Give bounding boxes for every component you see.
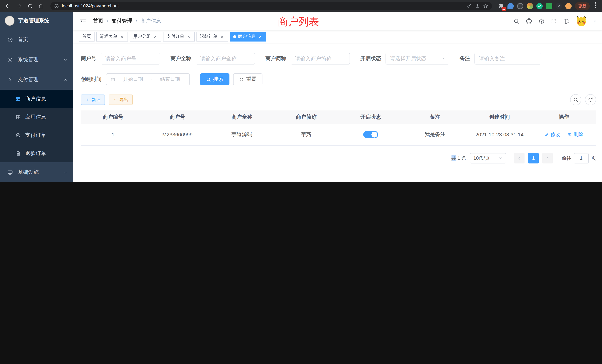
- font-size-icon[interactable]: [563, 18, 569, 24]
- tab-process-form[interactable]: 流程表单 ×: [96, 32, 128, 41]
- sidebar-fold-icon[interactable]: [76, 18, 90, 24]
- short-name-input[interactable]: [295, 56, 345, 62]
- extensions-cluster: 10 更新: [496, 2, 599, 10]
- goto-page-input[interactable]: [574, 153, 589, 163]
- table-row: 1 M233666999 芋道源码 芋艿 我是备注 2021-10-23 08:…: [81, 124, 596, 145]
- avatar-caret-down-icon[interactable]: [593, 19, 597, 23]
- browser-menu-kebab-icon[interactable]: [593, 2, 598, 10]
- edit-link[interactable]: 修改: [545, 131, 560, 138]
- reset-button[interactable]: 重置: [233, 73, 262, 85]
- tab-close-icon[interactable]: ×: [119, 34, 125, 39]
- filter-create-time: 创建时间 开始日期 - 结束日期: [81, 73, 190, 85]
- edit-link-label: 修改: [550, 131, 560, 138]
- browser-home-button[interactable]: [36, 1, 46, 11]
- refresh-table-button[interactable]: [585, 94, 596, 105]
- refresh-icon: [588, 97, 593, 102]
- remark-input[interactable]: [479, 56, 537, 62]
- next-page-button[interactable]: [542, 153, 553, 163]
- col-merchant-no: 商户号: [145, 110, 210, 124]
- tab-close-icon[interactable]: ×: [186, 34, 191, 39]
- chevron-down-icon: [499, 156, 503, 160]
- date-start-placeholder: 开始日期: [118, 76, 148, 83]
- search-button[interactable]: 搜索: [200, 73, 229, 85]
- tab-user-group[interactable]: 用户分组 ×: [130, 32, 161, 41]
- payment-submenu: 商户信息 应用信息 支付订单 退款订单: [0, 90, 73, 162]
- browser-forward-button[interactable]: [14, 1, 24, 11]
- full-name-input-box: [196, 53, 255, 64]
- extensions-puzzle-icon[interactable]: 10: [498, 3, 504, 9]
- toggle-search-button[interactable]: [570, 94, 581, 105]
- status-toggle[interactable]: [363, 131, 378, 138]
- extension-icon-dark-circle[interactable]: [517, 3, 523, 9]
- page-1-button[interactable]: 1: [528, 153, 539, 163]
- tab-label: 首页: [82, 33, 91, 40]
- extension-icon-orange-face[interactable]: [565, 3, 572, 9]
- sidebar-item-payment[interactable]: 支付管理: [0, 70, 73, 90]
- tab-label: 流程表单: [100, 33, 118, 40]
- breadcrumb-payment[interactable]: 支付管理: [112, 18, 132, 24]
- filter-short-name: 商户简称: [265, 53, 350, 64]
- filter-remark: 备注: [460, 53, 541, 64]
- tab-close-icon[interactable]: ×: [258, 34, 263, 39]
- address-bar[interactable]: localhost:1024/pay/merchant: [50, 2, 492, 10]
- sidebar-item-home[interactable]: 首页: [0, 30, 73, 50]
- sidebar-item-merchant-info[interactable]: 商户信息: [0, 90, 73, 108]
- cell-remark: 我是备注: [403, 124, 467, 145]
- browser-back-button[interactable]: [3, 1, 13, 11]
- bookmark-star-icon[interactable]: [483, 3, 488, 9]
- chevron-down-icon: [441, 56, 445, 61]
- extension-icon-pinwheel[interactable]: [556, 3, 562, 9]
- browser-reload-button[interactable]: [25, 1, 35, 11]
- export-button[interactable]: 导出: [109, 95, 133, 105]
- user-avatar[interactable]: [576, 16, 587, 27]
- reset-button-label: 重置: [246, 76, 257, 83]
- sidebar-item-pay-order[interactable]: 支付订单: [0, 126, 73, 144]
- page-size-select[interactable]: 10条/页: [470, 153, 506, 163]
- header-search-icon[interactable]: [513, 18, 519, 24]
- share-icon[interactable]: [475, 3, 480, 9]
- tab-merchant-info[interactable]: 商户信息 ×: [230, 32, 266, 41]
- cell-short-name: 芋艿: [274, 124, 339, 145]
- merchant-no-input[interactable]: [105, 56, 156, 62]
- extension-icon-green-square[interactable]: [546, 3, 552, 9]
- sidebar-item-label: 基础设施: [18, 169, 59, 176]
- extension-icon-drop[interactable]: [507, 3, 514, 9]
- extension-icon-avatar[interactable]: [527, 3, 533, 9]
- breadcrumb-separator: /: [136, 18, 137, 24]
- app-title: 芋道管理系统: [18, 17, 49, 24]
- full-name-input[interactable]: [200, 56, 251, 62]
- gear-icon: [7, 57, 13, 63]
- search-icon: [573, 97, 578, 102]
- help-icon[interactable]: [539, 18, 545, 24]
- chevron-down-icon: [63, 58, 67, 62]
- github-icon[interactable]: [526, 18, 532, 24]
- extension-icon-green-check[interactable]: [536, 3, 543, 9]
- pagination-total-count: 1: [457, 155, 460, 161]
- browser-update-button[interactable]: 更新: [575, 2, 590, 10]
- sidebar-item-system[interactable]: 系统管理: [0, 50, 73, 70]
- prev-page-button[interactable]: [514, 153, 525, 163]
- add-button[interactable]: 新增: [81, 95, 105, 105]
- search-button-label: 搜索: [213, 76, 224, 83]
- tab-close-icon[interactable]: ×: [153, 34, 158, 39]
- sidebar-logo[interactable]: 芋道管理系统: [0, 12, 73, 30]
- tab-close-icon[interactable]: ×: [219, 34, 225, 39]
- fullscreen-icon[interactable]: [551, 18, 557, 24]
- filter-status: 开启状态 请选择开启状态: [360, 53, 449, 64]
- site-info-icon[interactable]: [54, 3, 59, 8]
- tab-pay-order[interactable]: 支付订单 ×: [163, 32, 195, 41]
- url-text[interactable]: localhost:1024/pay/merchant: [62, 3, 119, 9]
- merchant-card-icon: [16, 96, 21, 101]
- sidebar-item-label: 退款订单: [25, 150, 46, 157]
- status-select[interactable]: 请选择开启状态: [386, 53, 449, 64]
- breadcrumb-home[interactable]: 首页: [93, 18, 103, 24]
- sidebar-item-refund-order[interactable]: 退款订单: [0, 144, 73, 162]
- tab-home[interactable]: 首页: [79, 32, 95, 41]
- tab-label: 支付订单: [166, 33, 184, 40]
- delete-link[interactable]: 删除: [568, 131, 583, 138]
- tab-refund-order[interactable]: 退款订单 ×: [196, 32, 228, 41]
- password-key-icon[interactable]: [467, 3, 472, 9]
- date-range-picker[interactable]: 开始日期 - 结束日期: [106, 73, 190, 85]
- sidebar-item-app-info[interactable]: 应用信息: [0, 108, 73, 126]
- sidebar-item-infrastructure[interactable]: 基础设施: [0, 162, 73, 182]
